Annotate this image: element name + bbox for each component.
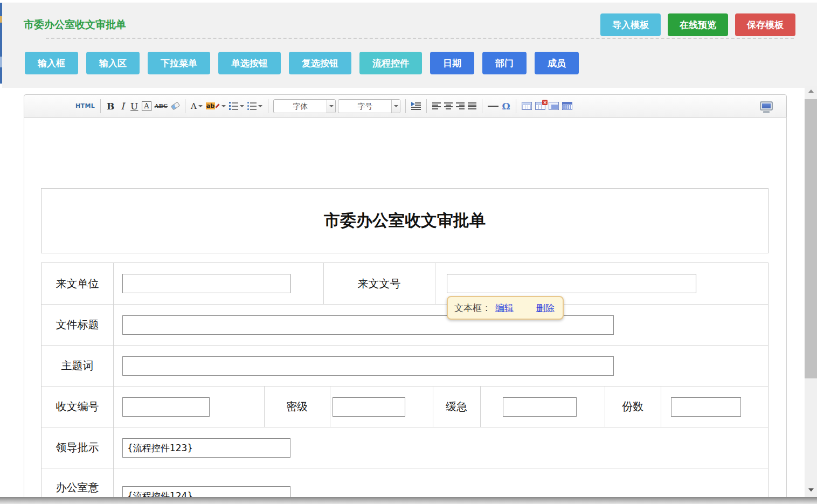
cell-label: 来文文号 [323,263,435,304]
chevron-down-icon [258,105,262,107]
eraser-icon [170,102,179,111]
window-edge-strip [0,3,2,84]
indent-button[interactable] [410,99,423,114]
cell-label: 领导批示 [41,427,113,468]
monitor-icon [760,101,773,111]
component-button-dropdown[interactable]: 下拉菜单 [148,52,210,74]
align-center-button[interactable] [442,99,454,114]
chevron-down-icon [198,105,203,107]
cell-label: 缓急 [433,386,480,427]
ordered-list-icon [229,100,238,112]
delete-table-icon [535,102,545,110]
component-button-date[interactable]: 日期 [430,52,474,74]
subject-words-input[interactable] [122,356,614,376]
cell-label: 来文单位 [41,263,113,304]
table-layout-button[interactable] [547,99,560,114]
special-char-button[interactable]: Ω [500,99,512,114]
header: 市委办公室收文审批单 导入模板 在线预览 保存模板 输入框 输入区 下拉菜单 单… [2,3,817,88]
component-button-flow-control[interactable]: 流程控件 [359,52,422,74]
remove-format-button[interactable] [169,99,181,114]
table-row: 文件标题 [41,304,768,345]
highlight-color-button[interactable]: ab [204,99,227,114]
vertical-scrollbar[interactable] [805,86,817,497]
strikethrough-button[interactable]: ABC [153,99,169,114]
editor-area: HTML B I U A ABC A ab 字体 [2,88,805,497]
component-button-department[interactable]: 部门 [482,52,527,74]
app-window: 市委办公室收文审批单 导入模板 在线预览 保存模板 输入框 输入区 下拉菜单 单… [0,0,817,504]
font-family-select[interactable]: 字体 [273,99,336,113]
horizontal-rule-icon [488,106,498,107]
font-color-button[interactable]: A [189,99,204,114]
dashed-divider [46,38,794,39]
tooltip-edit-link[interactable]: 编辑 [495,302,514,314]
fullscreen-button[interactable] [758,99,777,114]
save-template-button[interactable]: 保存模板 [735,13,795,36]
component-toolbar: 输入框 输入区 下拉菜单 单选按钮 复选按钮 流程控件 日期 部门 成员 [25,52,579,74]
online-preview-button[interactable]: 在线预览 [668,13,728,36]
italic-button[interactable]: I [116,99,128,114]
table-full-button[interactable] [560,99,574,114]
table-icon [522,102,532,110]
form-table: 来文单位 来文文号 文件标题 主题词 [41,263,768,504]
form-title-box: 市委办公室收文审批单 [41,188,768,253]
delete-table-button[interactable] [534,99,547,114]
editor-toolbar: HTML B I U A ABC A ab 字体 [24,94,787,118]
chevron-down-icon [240,105,244,107]
edge-strip-notch [0,57,2,67]
chevron-down-icon [391,100,400,113]
chevron-down-icon [221,105,226,107]
cell-label: 收文编号 [41,386,113,427]
scrollbar-thumb[interactable] [805,99,817,378]
underline-button[interactable]: U [128,99,140,114]
tooltip-label: 文本框： [454,302,491,314]
component-button-input-area[interactable]: 输入区 [86,52,140,74]
toolbar-separator [100,99,101,113]
form-title: 市委办公室收文审批单 [324,210,486,232]
toolbar-separator [405,99,406,113]
unordered-list-button[interactable] [246,99,264,114]
component-button-radio[interactable]: 单选按钮 [218,52,281,74]
table-row: 领导批示 [41,427,768,468]
align-justify-button[interactable] [466,99,478,114]
header-actions: 导入模板 在线预览 保存模板 [600,13,795,36]
unordered-list-icon [247,100,257,112]
leader-instructions-input[interactable] [122,438,290,458]
copies-count-input[interactable] [671,397,741,417]
table-layout-icon [549,102,559,110]
align-justify-icon [468,102,476,109]
edge-strip-notch [0,16,2,23]
scroll-up-arrow-icon[interactable] [808,89,814,93]
control-tooltip: 文本框： 编辑 删除 [447,296,564,320]
insert-table-button[interactable] [520,99,534,114]
font-size-select[interactable]: 字号 [338,99,400,113]
horizontal-rule-button[interactable] [486,99,500,114]
table-row: 主题词 [41,345,768,386]
ordered-list-button[interactable] [227,99,246,114]
cell-label: 密级 [264,386,330,427]
secrecy-level-input[interactable] [333,397,405,417]
import-template-button[interactable]: 导入模板 [600,13,661,36]
component-button-input-box[interactable]: 输入框 [25,52,78,74]
receipt-number-input[interactable] [122,397,210,417]
dense-table-icon [562,102,572,110]
source-doc-number-input[interactable] [447,274,696,293]
indent-icon [411,102,421,110]
char-border-button[interactable]: A [140,99,153,114]
cell-label: 份数 [605,386,661,427]
tooltip-delete-link[interactable]: 删除 [536,302,555,314]
align-right-button[interactable] [454,99,466,114]
toolbar-separator [482,99,482,113]
page-title: 市委办公室收文审批单 [24,18,126,32]
table-row: 来文单位 来文文号 [41,263,768,304]
component-button-checkbox[interactable]: 复选按钮 [289,52,351,74]
toolbar-separator [516,99,516,113]
bold-button[interactable]: B [105,99,116,114]
editor-document[interactable]: 市委办公室收文审批单 来文单位 来文文号 文件标题 [24,118,787,497]
scroll-down-arrow-icon[interactable] [808,488,814,492]
source-unit-input[interactable] [122,274,290,293]
component-button-member[interactable]: 成员 [535,52,579,74]
cell-label: 主题词 [41,346,113,386]
align-left-button[interactable] [431,99,442,114]
urgency-input[interactable] [503,397,577,417]
html-source-button[interactable]: HTML [74,99,96,114]
